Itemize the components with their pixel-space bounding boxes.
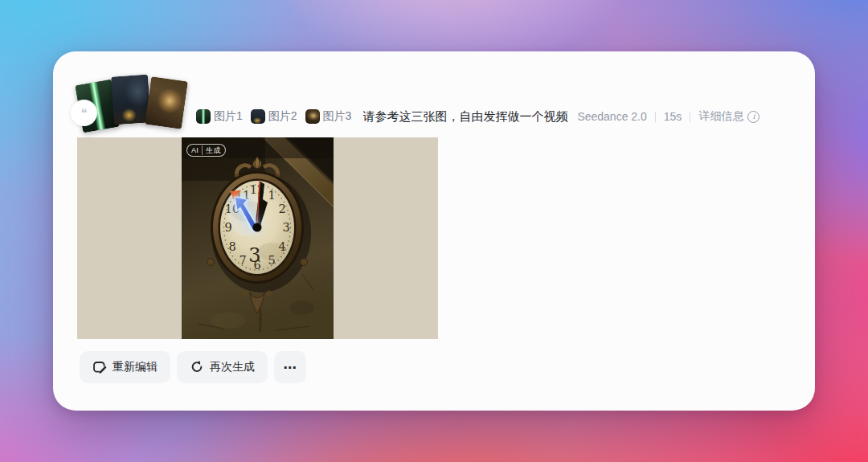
reference-chip-1[interactable]: 图片1 (196, 109, 243, 124)
attachment-photo-3[interactable] (145, 76, 188, 129)
edit-icon (92, 360, 107, 374)
clock-numeral-3: 3 (282, 221, 289, 234)
clock-numeral-2: 2 (278, 202, 285, 215)
attachment-stack (77, 72, 198, 135)
action-bar: 重新编辑 再次生成 ⋯ (80, 351, 306, 383)
reedit-label: 重新编辑 (113, 360, 158, 374)
refresh-icon (190, 360, 204, 374)
video-letterbox: AI 生成 (77, 137, 438, 339)
clock-graphic: 12 1 2 3 4 5 6 7 8 9 10 11 3 (182, 137, 334, 339)
chip-thumb-icon-2 (251, 109, 265, 124)
clock-numeral-7: 7 (239, 254, 246, 267)
reference-chip-3[interactable]: 图片3 (305, 109, 352, 124)
generation-meta: Seedance 2.0 15s 详细信息 i (577, 109, 760, 124)
clock-numeral-9: 9 (224, 221, 231, 234)
regenerate-button[interactable]: 再次生成 (177, 351, 268, 383)
quote-icon: ❝ (71, 100, 97, 126)
regenerate-label: 再次生成 (210, 360, 255, 374)
chip-thumb-icon-3 (305, 109, 320, 124)
ai-badge-right: 生成 (202, 145, 221, 155)
model-label: Seedance 2.0 (577, 110, 646, 123)
chip-thumb-icon-1 (196, 109, 211, 124)
ai-badge-left: AI (191, 145, 199, 155)
meta-divider (655, 112, 656, 122)
generation-result-card: ❝ 图片1 图片2 图片3 请参考这三张图，自由发挥做一个视频 Seedance… (53, 51, 815, 411)
more-button[interactable]: ⋯ (274, 351, 306, 383)
chip-label-3: 图片3 (323, 109, 352, 124)
meta-divider (690, 112, 690, 122)
chip-label-1: 图片1 (214, 109, 243, 124)
clock-numeral-1: 1 (268, 189, 275, 202)
ai-generated-badge: AI 生成 (186, 144, 226, 157)
details-link[interactable]: 详细信息 i (698, 109, 760, 124)
more-icon: ⋯ (284, 360, 297, 375)
info-icon: i (747, 111, 760, 123)
quote-glyph: ❝ (80, 106, 87, 121)
details-label: 详细信息 (698, 109, 743, 124)
clock-numeral-5: 5 (268, 254, 275, 267)
clock-numeral-8: 8 (228, 240, 235, 253)
prompt-row: 图片1 图片2 图片3 请参考这三张图，自由发挥做一个视频 Seedance 2… (196, 104, 796, 129)
prompt-text: 请参考这三张图，自由发挥做一个视频 (362, 109, 567, 125)
chip-label-2: 图片2 (268, 109, 297, 124)
video-player[interactable]: AI 生成 (182, 137, 334, 339)
clock-numeral-4: 4 (278, 240, 285, 253)
reference-chip-2[interactable]: 图片2 (251, 109, 297, 124)
clock-center-numeral: 3 (248, 244, 260, 267)
duration-label: 15s (664, 110, 682, 123)
reedit-button[interactable]: 重新编辑 (80, 351, 170, 383)
